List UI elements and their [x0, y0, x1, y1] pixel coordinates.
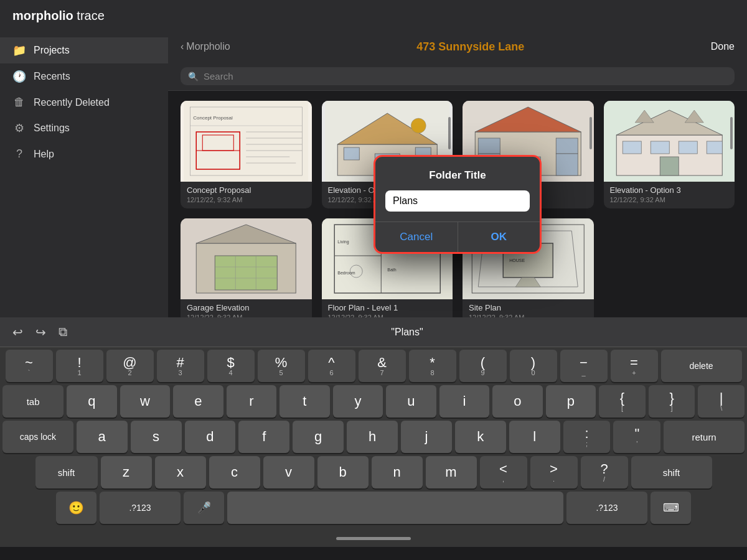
search-field[interactable]: 🔍 Search: [181, 67, 735, 85]
autocorrect-suggestion[interactable]: "Plans": [80, 327, 735, 338]
key-i[interactable]: i: [439, 385, 490, 418]
chevron-left-icon: ‹: [181, 41, 184, 52]
key-x[interactable]: x: [155, 456, 206, 488]
key-lt[interactable]: <,: [480, 456, 527, 488]
return-key[interactable]: return: [664, 421, 745, 453]
redo-button[interactable]: ↪: [35, 325, 46, 340]
back-label: Morpholio: [186, 41, 230, 52]
key-q[interactable]: q: [67, 385, 117, 418]
key-a[interactable]: a: [77, 421, 128, 453]
left-shift-key[interactable]: shift: [35, 456, 98, 488]
key-c[interactable]: c: [209, 456, 260, 488]
search-placeholder: Search: [204, 71, 233, 82]
key-gt[interactable]: >.: [530, 456, 578, 488]
space-key[interactable]: [227, 492, 563, 524]
sidebar-item-recently-deleted[interactable]: 🗑 Recently Deleted: [0, 90, 168, 115]
key-r[interactable]: r: [227, 385, 277, 418]
kb-zxcv-row: shift z x c v b n m <, >. ?/ shift: [2, 456, 745, 488]
key-m[interactable]: m: [426, 456, 477, 488]
key-amp[interactable]: &7: [359, 350, 406, 382]
sidebar-item-projects[interactable]: 📁 Projects: [0, 37, 168, 63]
sidebar-label-help: Help: [34, 149, 54, 160]
key-h[interactable]: h: [347, 421, 398, 453]
key-w[interactable]: w: [120, 385, 171, 418]
key-at[interactable]: @2: [106, 350, 154, 382]
tab-key[interactable]: tab: [2, 385, 63, 418]
num-sym-key-left[interactable]: .?123: [100, 492, 181, 524]
key-quote[interactable]: "': [613, 421, 660, 453]
back-button[interactable]: ‹ Morpholio: [181, 41, 230, 52]
key-tilde[interactable]: ~`: [6, 350, 53, 382]
key-e[interactable]: e: [173, 385, 223, 418]
microphone-key[interactable]: 🎤: [184, 492, 224, 524]
main-layout: 📁 Projects 🕐 Recents 🗑 Recently Deleted …: [0, 31, 747, 317]
key-minus[interactable]: −_: [560, 350, 608, 382]
autocorrect-bar: ↩ ↪ ⧉ "Plans": [0, 317, 747, 347]
done-button[interactable]: Done: [711, 41, 735, 52]
key-dollar[interactable]: $4: [207, 350, 255, 382]
key-o[interactable]: o: [492, 385, 543, 418]
content-area: ‹ Morpholio 473 Sunnyside Lane Done 🔍 Se…: [168, 31, 747, 317]
key-pipe[interactable]: |\: [698, 385, 745, 418]
num-sym-key-right[interactable]: .?123: [566, 492, 647, 524]
app-title: morpholio trace: [12, 9, 105, 23]
sidebar-item-settings[interactable]: ⚙ Settings: [0, 115, 168, 141]
key-hash[interactable]: #3: [157, 350, 204, 382]
key-v[interactable]: v: [263, 456, 314, 488]
undo-button[interactable]: ↩: [12, 325, 23, 340]
search-bar: 🔍 Search: [168, 62, 747, 91]
right-shift-key[interactable]: shift: [631, 456, 712, 488]
key-p[interactable]: p: [546, 385, 596, 418]
key-exclaim[interactable]: !1: [56, 350, 103, 382]
delete-key[interactable]: delete: [661, 350, 742, 382]
sidebar: 📁 Projects 🕐 Recents 🗑 Recently Deleted …: [0, 31, 168, 317]
key-star[interactable]: *8: [409, 350, 456, 382]
key-z[interactable]: z: [101, 456, 152, 488]
dialog-cancel-button[interactable]: Cancel: [375, 222, 458, 252]
key-j[interactable]: j: [401, 421, 452, 453]
kb-number-row: ~` !1 @2 #3 $4 %5 ^6 &7 *8 (9 )0 −_ =+ d…: [2, 350, 745, 382]
key-lbrace[interactable]: {[: [599, 385, 646, 418]
keyboard: ~` !1 @2 #3 $4 %5 ^6 &7 *8 (9 )0 −_ =+ d…: [0, 347, 747, 530]
keyboard-dismiss-key[interactable]: ⌨: [651, 492, 691, 524]
sidebar-item-recents[interactable]: 🕐 Recents: [0, 63, 168, 90]
sidebar-label-recently-deleted: Recently Deleted: [34, 97, 110, 108]
key-b[interactable]: b: [317, 456, 369, 488]
key-equals[interactable]: =+: [611, 350, 658, 382]
key-n[interactable]: n: [372, 456, 423, 488]
nav-bar: ‹ Morpholio 473 Sunnyside Lane Done: [168, 31, 747, 62]
key-rbrace[interactable]: }]: [649, 385, 695, 418]
key-l[interactable]: l: [509, 421, 560, 453]
folder-title-dialog: Folder Title Cancel OK: [374, 155, 542, 254]
key-t[interactable]: t: [280, 385, 330, 418]
dialog-overlay: Folder Title Cancel OK: [168, 91, 747, 317]
kb-bottom-row: 🙂 .?123 🎤 .?123 ⌨: [2, 492, 745, 524]
key-rparen[interactable]: )0: [510, 350, 557, 382]
dialog-title: Folder Title: [385, 169, 530, 182]
sidebar-label-recents: Recents: [34, 71, 70, 82]
key-s[interactable]: s: [131, 421, 182, 453]
folder-icon: 📁: [12, 44, 26, 57]
key-lparen[interactable]: (9: [459, 350, 507, 382]
key-d[interactable]: d: [185, 421, 236, 453]
paste-button[interactable]: ⧉: [59, 325, 67, 339]
folder-title-input[interactable]: [385, 190, 530, 212]
key-caret[interactable]: ^6: [308, 350, 355, 382]
keyboard-area: ↩ ↪ ⧉ "Plans" ~` !1 @2 #3 $4 %5 ^6 &7 *8…: [0, 317, 747, 530]
dialog-ok-button[interactable]: OK: [458, 222, 540, 252]
key-k[interactable]: k: [455, 421, 506, 453]
key-percent[interactable]: %5: [258, 350, 305, 382]
caps-lock-key[interactable]: caps lock: [2, 421, 73, 453]
top-bar: morpholio trace: [0, 0, 747, 31]
key-g[interactable]: g: [293, 421, 344, 453]
key-colon[interactable]: :;: [563, 421, 611, 453]
key-u[interactable]: u: [386, 385, 436, 418]
key-f[interactable]: f: [238, 421, 289, 453]
emoji-key[interactable]: 🙂: [56, 492, 96, 524]
key-y[interactable]: y: [333, 385, 383, 418]
sidebar-label-settings: Settings: [34, 123, 70, 134]
sidebar-item-help[interactable]: ? Help: [0, 141, 168, 167]
clock-icon: 🕐: [12, 70, 26, 83]
key-question[interactable]: ?/: [581, 456, 628, 488]
trash-icon: 🗑: [12, 96, 26, 109]
